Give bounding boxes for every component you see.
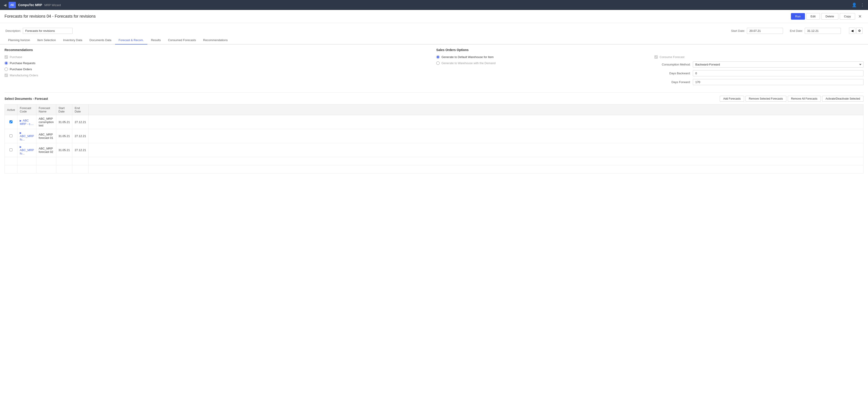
- forecast-table: Active Forecast Code Forecast Name Start…: [4, 104, 864, 173]
- grid-icon[interactable]: ⋮: [860, 2, 864, 7]
- edit-button[interactable]: Edit: [806, 13, 820, 20]
- col-forecast-code: Forecast Code: [18, 105, 36, 115]
- row-2-active-checkbox[interactable]: [9, 148, 12, 151]
- row-1-active-checkbox[interactable]: [9, 134, 12, 137]
- tab-forecast-recom[interactable]: Forecast & Recom.: [115, 36, 147, 44]
- close-button[interactable]: ✕: [857, 13, 864, 20]
- wizard-label: MRP Wizard: [44, 3, 61, 7]
- documents-title: Select Documents - Forecast: [4, 97, 48, 101]
- sales-options-fields: Consume Forecast Consumption Method: Bac…: [654, 55, 864, 88]
- generate-demand-label: Generate to Warehouse with the Demand: [441, 62, 495, 65]
- col-active: Active: [5, 105, 18, 115]
- add-forecasts-button[interactable]: Add Forecasts: [720, 96, 744, 102]
- row-2-extra: [88, 143, 863, 157]
- recommendations-title: Recommendations: [4, 48, 432, 52]
- window-actions: Run Edit Delete Copy ✕: [791, 13, 864, 20]
- table-header-row: Active Forecast Code Forecast Name Start…: [5, 105, 864, 115]
- purchase-orders-label: Purchase Orders: [10, 68, 32, 71]
- col-forecast-name: Forecast Name: [36, 105, 56, 115]
- consumption-method-select[interactable]: Backward-Forward Forward Backward: [693, 62, 864, 68]
- tab-documents-data[interactable]: Documents Data: [86, 36, 115, 44]
- generate-demand-radio[interactable]: [436, 62, 440, 65]
- consume-forecast-row: Consume Forecast: [654, 55, 864, 59]
- generate-default-label: Generate to Default Warehouse for Item: [441, 55, 494, 59]
- page-title: Forecasts for revisions 04 - Forecasts f…: [4, 14, 96, 19]
- purchase-requests-row: Purchase Requests: [4, 62, 432, 65]
- consumption-method-label: Consumption Method:: [654, 63, 690, 66]
- row-2-start-date: 31.05.21: [56, 143, 72, 157]
- days-backward-label: Days Backward:: [654, 72, 690, 75]
- documents-header: Select Documents - Forecast Add Forecast…: [4, 96, 864, 102]
- tab-consumed-forecasts[interactable]: Consumed Forecasts: [164, 36, 199, 44]
- end-date-group: End Date:: [790, 28, 841, 34]
- row-1-extra: [88, 129, 863, 143]
- activate-deactivate-button[interactable]: Activate/Deactivate Selected: [822, 96, 864, 102]
- purchase-requests-radio[interactable]: [4, 62, 8, 65]
- table-row-empty: [5, 157, 864, 165]
- days-backward-input[interactable]: [693, 70, 864, 76]
- start-date-input[interactable]: [747, 28, 783, 34]
- remove-all-button[interactable]: Remove All Forecasts: [788, 96, 821, 102]
- row-0-extra: [88, 115, 863, 129]
- recommendations-section: Recommendations Purchase Purchase Reques…: [4, 48, 432, 88]
- row-0-end-date: 27.12.21: [72, 115, 89, 129]
- days-backward-row: Days Backward:: [654, 70, 864, 76]
- remove-selected-button[interactable]: Remove Selected Forecasts: [745, 96, 786, 102]
- start-date-group: Start Date:: [731, 28, 783, 34]
- description-label: Description:: [5, 29, 21, 33]
- back-button[interactable]: ◀: [4, 3, 6, 7]
- days-forward-row: Days Forward:: [654, 79, 864, 85]
- sales-options-title: Sales Orders Options: [436, 48, 864, 52]
- row-2-end-date: 27.12.21: [72, 143, 89, 157]
- purchase-orders-radio[interactable]: [4, 68, 8, 71]
- row-0-forecast-name: ABC_MRP consmption test: [36, 115, 56, 129]
- tab-item-selection[interactable]: Item Selection: [34, 36, 59, 44]
- manufacturing-orders-label: Manufacturing Orders: [10, 74, 38, 77]
- purchase-orders-row: Purchase Orders: [4, 68, 432, 71]
- end-date-input[interactable]: [805, 28, 841, 34]
- purchase-checkbox[interactable]: [4, 55, 8, 59]
- end-date-label: End Date:: [790, 29, 803, 33]
- tab-results[interactable]: Results: [147, 36, 164, 44]
- section-divider: [4, 92, 864, 93]
- row-1-end-date: 27.12.21: [72, 129, 89, 143]
- delete-button[interactable]: Delete: [821, 13, 838, 20]
- consume-forecast-label: Consume Forecast: [659, 55, 684, 59]
- table-row-empty: [5, 165, 864, 173]
- description-group: Description:: [5, 28, 72, 34]
- nav-prev-icon[interactable]: ◀: [849, 28, 855, 34]
- run-button[interactable]: Run: [791, 13, 805, 20]
- documents-actions: Add Forecasts Remove Selected Forecasts …: [720, 96, 864, 102]
- row-0-active-checkbox[interactable]: [9, 120, 12, 123]
- manufacturing-orders-checkbox[interactable]: [4, 74, 8, 77]
- main-window: Forecasts for revisions 04 - Forecasts f…: [0, 10, 868, 418]
- right-section: Sales Orders Options Generate to Default…: [436, 48, 864, 88]
- generate-default-radio[interactable]: [436, 55, 440, 59]
- days-forward-input[interactable]: [693, 79, 864, 85]
- row-2-forecast-code-link[interactable]: ABC_MRP fo...: [20, 148, 34, 155]
- row-1-forecast-code-link[interactable]: ABC_MRP fo...: [20, 134, 34, 141]
- form-area: Description: Start Date: End Date: ◀ ⚙: [0, 23, 868, 36]
- row-1-start-date: 31.05.21: [56, 129, 72, 143]
- app-logo: AE: [8, 2, 16, 8]
- description-input[interactable]: [23, 28, 72, 34]
- tab-planning-horizon[interactable]: Planning horizon: [4, 36, 34, 44]
- user-icon[interactable]: 👤: [852, 2, 857, 7]
- topbar: ◀ AE CompuTec MRP MRP Wizard 👤 ⋮: [0, 0, 868, 10]
- table-row: ▶ ABC_MRP fo...ABC_MRP forecast 0231.05.…: [5, 143, 864, 157]
- copy-button[interactable]: Copy: [840, 13, 855, 20]
- two-col-layout: Recommendations Purchase Purchase Reques…: [4, 48, 864, 88]
- tabs-bar: Planning horizon Item Selection Inventor…: [0, 36, 868, 44]
- purchase-row: Purchase: [4, 55, 432, 59]
- start-date-label: Start Date:: [731, 29, 745, 33]
- consume-forecast-checkbox[interactable]: [654, 55, 658, 59]
- table-row: ▶ ABC_MRP fo...ABC_MRP forecast 0131.05.…: [5, 129, 864, 143]
- col-start-date: Start Date: [56, 105, 72, 115]
- tab-recommendations[interactable]: Recommendations: [199, 36, 231, 44]
- table-row: ▶ ABC MRP - c....ABC_MRP consmption test…: [5, 115, 864, 129]
- generate-options: Generate to Default Warehouse for Item G…: [436, 55, 645, 88]
- col-extra: [88, 105, 863, 115]
- window-header: Forecasts for revisions 04 - Forecasts f…: [0, 10, 868, 23]
- tab-inventory-data[interactable]: Inventory Data: [59, 36, 86, 44]
- nav-settings-icon[interactable]: ⚙: [856, 28, 863, 34]
